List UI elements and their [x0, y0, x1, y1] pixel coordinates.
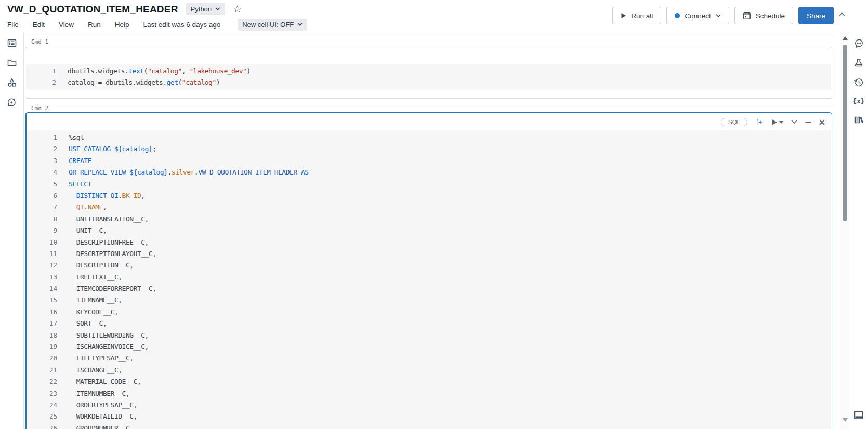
code-line[interactable]: 18 SUBTITLEWORDING__C, — [27, 330, 831, 341]
cell-label: Cmd 1 — [31, 38, 48, 45]
code-line[interactable]: 10 DESCRIPTIONFREE__C, — [27, 237, 831, 248]
workspace-folder-icon[interactable] — [7, 58, 17, 68]
menu-bar: File Edit View Run Help Last edit was 6 … — [7, 19, 307, 31]
menu-run[interactable]: Run — [88, 21, 101, 29]
code-line[interactable]: 25 WORKDETAILID__C, — [27, 411, 831, 422]
line-number: 23 — [27, 388, 57, 399]
line-number: 1 — [26, 65, 56, 77]
code-line[interactable]: 4OR REPLACE VIEW ${catalog}.silver.VW_D_… — [27, 167, 831, 178]
delete-cell-icon[interactable] — [819, 119, 825, 125]
code-line[interactable]: 2USE CATALOG ${catalog}; — [27, 143, 831, 155]
menu-file[interactable]: File — [7, 21, 19, 29]
scrollbar-thumb[interactable] — [843, 45, 847, 221]
assistant-sparkles-icon[interactable] — [755, 118, 764, 126]
code-line[interactable]: 12 DESCRIPTION__C, — [27, 260, 831, 271]
language-selector-label: Python — [191, 5, 212, 13]
code-line[interactable]: 17 SORT__C, — [27, 318, 831, 329]
line-number: 16 — [27, 306, 57, 318]
code-line[interactable]: 3CREATE — [27, 155, 831, 167]
run-cell-button[interactable] — [771, 119, 783, 126]
variables-icon[interactable]: {x} — [852, 97, 864, 105]
code-line[interactable]: 6 DISTINCT QI.BK_ID, — [27, 190, 831, 202]
line-number: 26 — [27, 423, 57, 429]
code-text: DESCRIPTIONLAYOUT__C, — [57, 248, 156, 260]
code-text: ISCHANGEINVOICE__C, — [57, 341, 149, 353]
code-line[interactable]: 14 ITEMCODEFORREPORT__C, — [27, 283, 831, 294]
code-line[interactable]: 24 ORDERTYPESAP__C, — [27, 399, 831, 411]
menu-help[interactable]: Help — [115, 21, 129, 29]
cell-language-badge[interactable]: SQL — [721, 118, 747, 126]
run-all-button[interactable]: Run all — [612, 7, 661, 24]
code-editor[interactable]: 1%sql2USE CATALOG ${catalog};3CREATE4OR … — [27, 130, 831, 429]
experiments-icon[interactable] — [854, 58, 863, 68]
comments-icon[interactable] — [854, 38, 864, 48]
code-line[interactable]: 26 GROUPNUMBER__C, — [27, 423, 831, 429]
code-line[interactable]: 15 ITEMNAME__C, — [27, 294, 831, 306]
last-edit-link[interactable]: Last edit was 6 days ago — [143, 21, 221, 29]
table-of-contents-icon[interactable] — [7, 38, 17, 48]
vertical-scrollbar[interactable] — [840, 32, 849, 429]
line-number: 3 — [27, 155, 57, 167]
code-line[interactable]: 20 FILETYPESAP__C, — [27, 353, 831, 364]
code-editor[interactable]: 1dbutils.widgets.text("catalog", "lakeho… — [26, 64, 831, 90]
schedule-label: Schedule — [756, 12, 785, 20]
code-line[interactable]: 5SELECT — [27, 179, 831, 190]
catalog-shapes-icon[interactable] — [7, 78, 17, 87]
code-line[interactable]: 23 ITEMNUMBER__C, — [27, 388, 831, 399]
line-number: 2 — [26, 77, 56, 88]
collapse-cell-icon[interactable] — [791, 120, 797, 124]
minimize-cell-icon[interactable] — [805, 121, 811, 123]
code-line[interactable]: 2catalog = dbutils.widgets.get("catalog"… — [26, 77, 831, 88]
share-button[interactable]: Share — [798, 7, 834, 24]
cell-label: Cmd 2 — [31, 105, 48, 112]
notebook-canvas: Cmd 1 1dbutils.widgets.text("catalog", "… — [24, 32, 840, 429]
new-cell-ui-label: New cell UI: OFF — [242, 21, 294, 29]
code-text: ITEMNAME__C, — [57, 294, 122, 306]
code-text: UNITTRANSLATION__C, — [57, 213, 149, 225]
cell-toolbar: SQL — [721, 116, 825, 128]
code-text: ITEMCODEFORREPORT__C, — [57, 283, 156, 294]
line-number: 10 — [27, 237, 57, 248]
schedule-button[interactable]: Schedule — [734, 7, 793, 24]
notebook-title[interactable]: VW_D_QUOTATION_ITEM_HEADER — [7, 4, 178, 15]
version-history-icon[interactable] — [854, 77, 864, 87]
code-line[interactable]: 7 QI.NAME, — [27, 202, 831, 213]
favorite-star-icon[interactable]: ☆ — [233, 4, 242, 14]
collapse-header-button[interactable] — [839, 12, 845, 17]
code-line[interactable]: 19 ISCHANGEINVOICE__C, — [27, 341, 831, 353]
code-line[interactable]: 1%sql — [27, 132, 831, 143]
code-text: KEYCODE__C, — [57, 306, 118, 318]
play-icon — [771, 119, 778, 126]
code-line[interactable]: 1dbutils.widgets.text("catalog", "lakeho… — [26, 65, 831, 77]
libraries-icon[interactable] — [854, 115, 863, 124]
menu-view[interactable]: View — [59, 21, 74, 29]
code-line[interactable]: 16 KEYCODE__C, — [27, 306, 831, 318]
scroll-down-arrow[interactable] — [843, 418, 848, 422]
code-line[interactable]: 8 UNITTRANSLATION__C, — [27, 213, 831, 225]
code-line[interactable]: 22 MATERIAL_CODE__C, — [27, 376, 831, 387]
code-text: dbutils.widgets.text("catalog", "lakehou… — [56, 65, 251, 77]
new-cell-ui-toggle[interactable]: New cell UI: OFF — [238, 19, 307, 31]
assistant-icon[interactable] — [7, 98, 17, 108]
notebook-cell-1[interactable]: 1dbutils.widgets.text("catalog", "lakeho… — [25, 47, 832, 99]
line-number: 6 — [27, 190, 57, 202]
line-number: 12 — [27, 260, 57, 271]
code-line[interactable]: 13 FREETEXT__C, — [27, 272, 831, 283]
share-label: Share — [807, 12, 825, 20]
scroll-up-arrow[interactable] — [843, 36, 848, 40]
left-sidebar — [0, 32, 24, 429]
code-text: QI.NAME, — [57, 202, 107, 213]
code-text: %sql — [57, 132, 84, 143]
menu-edit[interactable]: Edit — [33, 21, 45, 29]
code-line[interactable]: 9 UNIT__C, — [27, 225, 831, 236]
code-line[interactable]: 21 ISCHANGE__C, — [27, 365, 831, 376]
bottom-panel-icon[interactable] — [854, 411, 863, 420]
line-number: 14 — [27, 283, 57, 294]
code-text: DESCRIPTION__C, — [57, 260, 134, 271]
code-line[interactable]: 11 DESCRIPTIONLAYOUT__C, — [27, 248, 831, 260]
cluster-status-dot — [675, 13, 680, 18]
line-number: 19 — [27, 341, 57, 353]
notebook-cell-2[interactable]: SQL 1%sql2USE — [25, 112, 832, 429]
language-selector[interactable]: Python — [186, 3, 225, 15]
connect-button[interactable]: Connect — [666, 7, 729, 24]
